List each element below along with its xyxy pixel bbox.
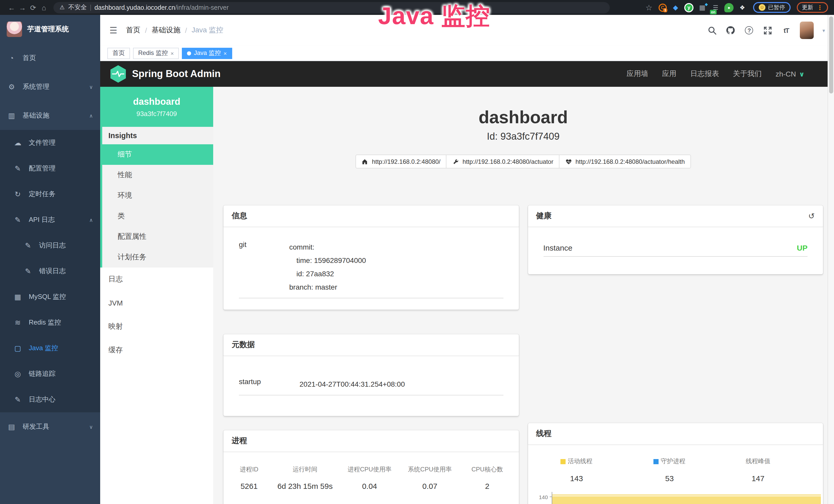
- health-card: 健康 ↺ Instance UP: [528, 205, 823, 274]
- bookmark-star-icon[interactable]: ☆: [645, 3, 652, 12]
- health-instance-row[interactable]: Instance UP: [528, 244, 823, 252]
- tag-java-monitor[interactable]: Java 监控 ×: [182, 47, 232, 59]
- browser-back-icon[interactable]: ←: [6, 3, 17, 12]
- sidebar-item-scheduled[interactable]: 计划任务: [102, 247, 213, 268]
- legend-label: 守护进程: [661, 457, 685, 466]
- security-label[interactable]: 不安全: [68, 3, 87, 12]
- browser-home-icon[interactable]: ⌂: [39, 3, 49, 12]
- actuator-url-button[interactable]: http://192.168.0.2:48080/actuator: [446, 155, 560, 168]
- sba-nav: 应用墙 应用 日志报表 关于我们 zh-CN ∨: [627, 69, 834, 78]
- locale-select[interactable]: zh-CN ∨: [776, 70, 805, 78]
- health-url-button[interactable]: http://192.168.0.2:48080/actuator/health: [559, 155, 691, 168]
- wrench-icon: [452, 158, 459, 165]
- tag-redis-monitor[interactable]: Redis 监控 ×: [133, 47, 179, 59]
- instance-sidebar: dashboard 93a3fc7f7409 Insights 细节 性能 环境…: [100, 87, 213, 504]
- sidebar-item-log-center[interactable]: ✎ 日志中心: [0, 387, 100, 412]
- hamburger-icon[interactable]: ☰: [109, 25, 117, 36]
- legend-label: 线程峰值: [746, 457, 770, 466]
- sidebar-item-java-monitor[interactable]: ▢ Java 监控: [0, 335, 100, 361]
- sidebar-item-infrastructure[interactable]: ▥ 基础设施 ∧: [0, 101, 100, 130]
- sba-nav-wallboard[interactable]: 应用墙: [627, 69, 648, 78]
- sidebar-item-caches[interactable]: 缓存: [100, 338, 213, 362]
- help-icon[interactable]: ?: [744, 25, 754, 35]
- sidebar-item-dev-tools[interactable]: ▤ 研发工具 ∨: [0, 412, 100, 441]
- sba-logo-icon[interactable]: [110, 65, 126, 83]
- annotation-java-monitor: Java 监控: [378, 0, 490, 32]
- sidebar-item-logs[interactable]: 日志: [100, 268, 213, 291]
- font-size-icon[interactable]: tT: [781, 25, 791, 35]
- sidebar-item-classes[interactable]: 类: [102, 206, 213, 226]
- col-process-cpu: 进程CPU使用率: [339, 465, 400, 474]
- sidebar-item-redis-monitor[interactable]: ≋ Redis 监控: [0, 310, 100, 335]
- browser-forward-icon[interactable]: →: [17, 3, 28, 12]
- sidebar-item-home[interactable]: ◔ 首页: [0, 44, 100, 72]
- sidebar-item-mysql-monitor[interactable]: ▦ MySQL 监控: [0, 284, 100, 310]
- user-avatar[interactable]: [800, 22, 814, 39]
- extension-onetab-icon[interactable]: ☰on: [711, 3, 720, 12]
- breadcrumb-home[interactable]: 首页: [126, 26, 140, 35]
- sidebar-item-scheduled-tasks[interactable]: ↻ 定时任务: [0, 181, 100, 207]
- extension-pin-icon[interactable]: ◆: [671, 3, 680, 12]
- grid-diamond: ◆: [705, 2, 708, 6]
- extension-y-icon[interactable]: y: [684, 3, 694, 12]
- fullscreen-icon[interactable]: [763, 25, 773, 35]
- extension-grid-icon[interactable]: ▦◆: [698, 3, 707, 12]
- sidebar-item-system-management[interactable]: ⚙ 系统管理 ∨: [0, 72, 100, 101]
- sidebar-item-mappings[interactable]: 映射: [100, 315, 213, 338]
- close-icon[interactable]: ×: [171, 50, 174, 56]
- sidebar-item-metrics[interactable]: 性能: [102, 165, 213, 185]
- process-table-header: 进程ID 运行时间 进程CPU使用率 系统CPU使用率 CPU核心数: [223, 452, 519, 474]
- sba-brand-title[interactable]: Spring Boot Admin: [132, 68, 221, 79]
- val-pid: 5261: [227, 482, 271, 490]
- page-scrollbar[interactable]: [828, 15, 834, 504]
- y-tick-140: 140: [539, 494, 548, 500]
- breadcrumb-separator: /: [145, 26, 147, 35]
- avatar-caret-icon[interactable]: ▾: [822, 27, 825, 33]
- page-url[interactable]: dashboard.yudao.iocoder.cn/infra/admin-s…: [94, 4, 229, 11]
- health-card-header: 健康 ↺: [528, 205, 823, 227]
- sidebar-item-error-log[interactable]: ✎ 错误日志: [0, 258, 100, 284]
- sidebar-item-details[interactable]: 细节: [102, 144, 213, 165]
- kebab-menu-icon[interactable]: ⋮: [817, 4, 823, 11]
- sidebar-item-config-management[interactable]: ✎ 配置管理: [0, 156, 100, 181]
- extension-colab-icon[interactable]: C1: [659, 3, 667, 12]
- sidebar-item-label: 系统管理: [23, 82, 49, 91]
- val-peak-threads: 147: [714, 474, 803, 483]
- browser-reload-icon[interactable]: ⟳: [28, 3, 39, 12]
- tag-home[interactable]: 首页: [107, 47, 130, 59]
- breadcrumb-infrastructure[interactable]: 基础设施: [152, 26, 180, 35]
- github-icon[interactable]: [726, 25, 736, 35]
- app-logo-row[interactable]: 芋道管理系统: [0, 15, 100, 44]
- sidebar-item-jvm[interactable]: JVM: [100, 291, 213, 315]
- tick-mark: [549, 497, 551, 497]
- extensions-puzzle-icon[interactable]: ❖: [738, 3, 747, 12]
- scrollbar-thumb[interactable]: [829, 17, 833, 93]
- close-icon[interactable]: ×: [223, 50, 227, 56]
- card-title: 进程: [232, 436, 247, 446]
- instance-header[interactable]: dashboard 93a3fc7f7409: [100, 87, 213, 127]
- extension-badge: 1: [663, 8, 667, 12]
- sidebar-item-api-log[interactable]: ✎ API 日志 ∧: [0, 207, 100, 233]
- sidebar-item-label: 配置管理: [29, 164, 56, 173]
- extension-leaf-icon[interactable]: ●: [724, 3, 733, 12]
- sidebar-item-file-management[interactable]: ☁ 文件管理: [0, 130, 100, 156]
- address-bar[interactable]: ⚠ 不安全 dashboard.yudao.iocoder.cn/infra/a…: [53, 2, 610, 13]
- metadata-startup-row: startup 2021-04-27T00:44:31.254+08:00: [223, 377, 519, 391]
- history-icon[interactable]: ↺: [808, 211, 815, 221]
- card-title: 元数据: [232, 340, 255, 350]
- git-id-line: id: 27aa832: [289, 267, 503, 280]
- sba-nav-applications[interactable]: 应用: [662, 69, 677, 78]
- sidebar-item-trace[interactable]: ◎ 链路追踪: [0, 361, 100, 387]
- service-url-button[interactable]: http://192.168.0.2:48080/: [355, 155, 447, 168]
- browser-update-button[interactable]: 更新 ⋮: [797, 2, 828, 13]
- sidebar-item-access-log[interactable]: ✎ 访问日志: [0, 233, 100, 258]
- search-icon[interactable]: [707, 25, 717, 35]
- sba-nav-journal[interactable]: 日志报表: [690, 69, 719, 78]
- val-uptime: 6d 23h 15m 59s: [271, 482, 339, 490]
- sidebar-item-config-props[interactable]: 配置属性: [102, 226, 213, 247]
- sba-nav-about[interactable]: 关于我们: [733, 69, 762, 78]
- cards-column-left: 信息 git commit: time: 1596289704000: [223, 205, 519, 504]
- sidebar-item-environment[interactable]: 环境: [102, 185, 213, 206]
- health-key: Instance: [543, 244, 572, 252]
- profile-paused-chip[interactable]: ☺ 已暂停: [753, 2, 791, 13]
